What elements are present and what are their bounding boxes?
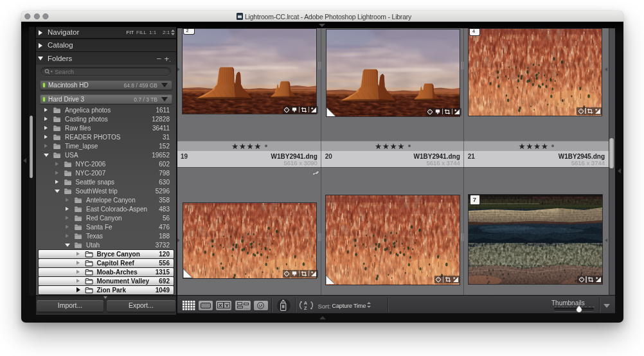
svg-text:Z: Z [304, 305, 307, 310]
